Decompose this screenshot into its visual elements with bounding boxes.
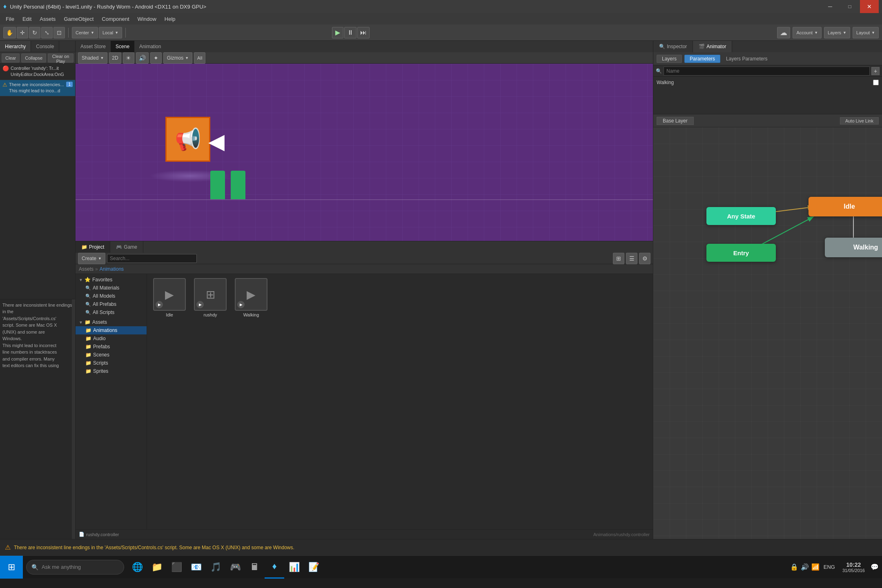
- breadcrumb-animations[interactable]: Animations: [100, 266, 124, 272]
- taskbar-app-unity[interactable]: ♦: [265, 556, 284, 579]
- taskbar-app-excel[interactable]: 📊: [284, 556, 304, 579]
- auto-live-link-button[interactable]: Auto Live Link: [840, 117, 879, 125]
- tab-hierarchy[interactable]: Hierarchy: [0, 41, 31, 52]
- param-item-walking[interactable]: Walking: [657, 78, 879, 87]
- asset-idle[interactable]: ▶ ▶ Idle: [151, 278, 188, 317]
- scroll-track[interactable]: [72, 299, 75, 539]
- shaded-dropdown[interactable]: Shaded ▼: [78, 52, 107, 64]
- assets-header[interactable]: ▼ 📁 Assets: [76, 318, 147, 326]
- param-checkbox[interactable]: [873, 80, 879, 85]
- tab-asset-store[interactable]: Asset Store: [76, 41, 111, 52]
- menu-edit[interactable]: Edit: [18, 13, 36, 24]
- project-icon-btn[interactable]: ⊞: [613, 253, 624, 264]
- sidebar-item-all-scripts[interactable]: 🔍 All Scripts: [76, 308, 147, 316]
- tab-animator[interactable]: 🎬 Animator: [693, 41, 732, 52]
- maximize-button[interactable]: □: [840, 0, 859, 13]
- parameters-tab[interactable]: Parameters: [684, 55, 720, 63]
- tab-animation[interactable]: Animation: [134, 41, 166, 52]
- tray-icon-2[interactable]: 🔊: [801, 563, 809, 571]
- minimize-button[interactable]: ─: [821, 0, 840, 13]
- layers-button[interactable]: Layers ▼: [824, 27, 850, 38]
- all-button[interactable]: All: [194, 52, 205, 64]
- taskbar-app-music[interactable]: 🎵: [206, 556, 225, 579]
- sidebar-item-sprites[interactable]: 📁 Sprites: [76, 367, 147, 375]
- taskbar-app-cmd[interactable]: ⬛: [167, 556, 186, 579]
- audio-button[interactable]: 🔊: [136, 52, 149, 64]
- sidebar-item-all-prefabs[interactable]: 🔍 All Prefabs: [76, 300, 147, 308]
- sidebar-item-all-materials[interactable]: 🔍 All Materials: [76, 284, 147, 292]
- project-list-btn[interactable]: ☰: [626, 253, 637, 264]
- rotate-tool-button[interactable]: ↻: [29, 27, 40, 38]
- tab-game[interactable]: 🎮 Game: [110, 241, 143, 253]
- local-button[interactable]: Local ▼: [99, 27, 122, 38]
- sidebar-item-animations[interactable]: 📁 Animations: [76, 326, 147, 334]
- base-layer-tab[interactable]: Base Layer: [657, 117, 694, 125]
- taskbar-app-ie[interactable]: 🌐: [127, 556, 147, 579]
- asset-rushdy[interactable]: ⊞ ▶ rushdy: [192, 278, 229, 317]
- menu-help[interactable]: Help: [160, 13, 180, 24]
- fx-button[interactable]: ✦: [150, 52, 162, 64]
- asset-walking[interactable]: ▶ ▶ Walking: [233, 278, 270, 317]
- menu-file[interactable]: File: [2, 13, 18, 24]
- light-button[interactable]: ☀: [123, 52, 134, 64]
- favorites-header[interactable]: ▼ ⭐ Favorites: [76, 276, 147, 284]
- collapse-button[interactable]: Collapse: [21, 53, 46, 62]
- taskbar-app-steam[interactable]: 🎮: [225, 556, 245, 579]
- scene-view[interactable]: 📢 ◀: [76, 64, 653, 241]
- console-messages[interactable]: 🔴 Controller 'rushdy': Tr...itUnityEdito…: [0, 64, 75, 299]
- taskbar-app-word[interactable]: 📝: [304, 556, 323, 579]
- sidebar-item-scenes[interactable]: 📁 Scenes: [76, 351, 147, 359]
- project-search[interactable]: [107, 254, 197, 263]
- breadcrumb-assets[interactable]: Assets: [79, 266, 94, 272]
- clear-on-play-button[interactable]: Clear on Play: [48, 53, 74, 62]
- taskbar-app-mail[interactable]: 📧: [186, 556, 206, 579]
- layers-tab[interactable]: Layers: [657, 55, 682, 63]
- tray-icon-1[interactable]: 🔒: [790, 563, 798, 571]
- state-walking[interactable]: Walking: [825, 238, 882, 257]
- close-button[interactable]: ✕: [860, 0, 879, 13]
- add-param-button[interactable]: +: [871, 67, 880, 75]
- play-button[interactable]: ▶: [332, 27, 343, 38]
- tab-scene[interactable]: Scene: [111, 41, 134, 52]
- step-button[interactable]: ⏭: [357, 27, 370, 38]
- console-msg-warning[interactable]: ⚠ There are inconsistencies...This might…: [0, 80, 75, 96]
- 2d-button[interactable]: 2D: [109, 52, 121, 64]
- hand-tool-button[interactable]: ✋: [3, 27, 16, 38]
- start-button[interactable]: ⊞: [0, 556, 23, 579]
- gizmos-dropdown[interactable]: Gizmos ▼: [163, 52, 193, 64]
- cloud-button[interactable]: ☁: [777, 27, 790, 38]
- tab-inspector[interactable]: 🔍 Inspector: [653, 41, 693, 52]
- create-button[interactable]: Create ▼: [78, 253, 105, 264]
- notification-icon[interactable]: 💬: [871, 563, 879, 571]
- params-search-input[interactable]: [664, 67, 870, 76]
- menu-component[interactable]: Component: [98, 13, 133, 24]
- rect-tool-button[interactable]: ⊡: [53, 27, 65, 38]
- sidebar-item-all-models[interactable]: 🔍 All Models: [76, 292, 147, 300]
- state-entry[interactable]: Entry: [706, 244, 776, 262]
- tray-lang[interactable]: ENG: [822, 564, 837, 570]
- tab-console[interactable]: Console: [31, 41, 59, 52]
- menu-window[interactable]: Window: [134, 13, 160, 24]
- account-button[interactable]: Account ▼: [793, 27, 822, 38]
- center-button[interactable]: Center ▼: [72, 27, 98, 38]
- taskbar-app-calc[interactable]: 🖩: [245, 556, 265, 579]
- sidebar-item-audio[interactable]: 📁 Audio: [76, 334, 147, 343]
- taskbar-clock[interactable]: 10:22 31/05/2016: [839, 561, 868, 573]
- state-any[interactable]: Any State: [706, 207, 776, 225]
- sidebar-item-prefabs[interactable]: 📁 Prefabs: [76, 343, 147, 351]
- project-settings-btn[interactable]: ⚙: [639, 253, 650, 264]
- tab-project[interactable]: 📁 Project: [76, 241, 110, 253]
- menu-assets[interactable]: Assets: [36, 13, 60, 24]
- console-msg-error[interactable]: 🔴 Controller 'rushdy': Tr...itUnityEdito…: [0, 64, 75, 80]
- taskbar-app-explorer[interactable]: 📁: [147, 556, 167, 579]
- move-tool-button[interactable]: ✛: [17, 27, 28, 38]
- scale-tool-button[interactable]: ⤡: [41, 27, 53, 38]
- taskbar-search[interactable]: 🔍 Ask me anything: [26, 560, 124, 575]
- tray-icon-3[interactable]: 📶: [811, 563, 820, 571]
- layout-button[interactable]: Layout ▼: [853, 27, 879, 38]
- state-idle[interactable]: Idle: [808, 197, 882, 216]
- sidebar-item-scripts[interactable]: 📁 Scripts: [76, 359, 147, 367]
- pause-button[interactable]: ⏸: [344, 27, 356, 38]
- animator-graph[interactable]: Any State Idle Entry Walking: [653, 127, 882, 539]
- menu-gameobject[interactable]: GameObject: [60, 13, 98, 24]
